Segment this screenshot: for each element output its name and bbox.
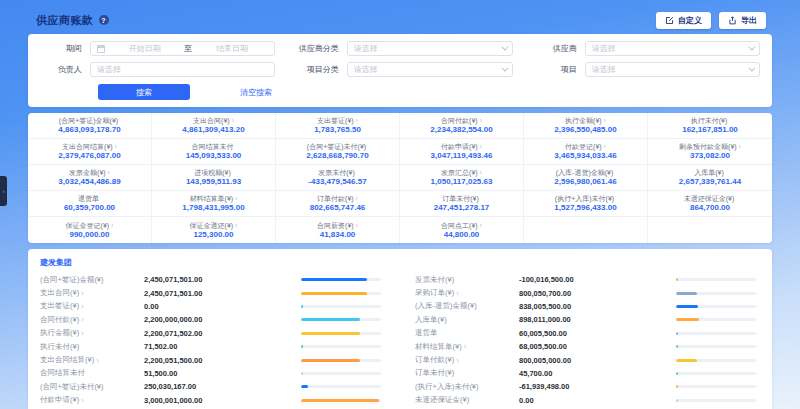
supplier-category-select[interactable]: 请选择 [347, 41, 513, 56]
date-range-input[interactable]: 开始日期 至 结束日期 [90, 41, 275, 56]
clear-search-link[interactable]: 清空搜索 [240, 87, 272, 98]
stat-card[interactable] [648, 217, 772, 243]
stat-card[interactable]: 材料结算单(¥) › 1,798,431,995.00 [152, 191, 276, 217]
stat-card[interactable]: 未退还保证金(¥) 864,700.00 [648, 191, 772, 217]
progress-bar-fill [301, 318, 360, 321]
account-row[interactable]: 退货单 60,005,500.00 [415, 327, 760, 340]
group-name-link[interactable]: 建发集团 [40, 257, 760, 268]
export-button[interactable]: 导出 [719, 12, 766, 29]
account-row[interactable]: 发票未付(¥) -100,016,500.00 [415, 273, 760, 286]
stat-card[interactable]: (执行+入库)未付(¥) 1,527,596,433.00 [524, 191, 648, 217]
stat-card[interactable]: 合同结算未付 145,093,533.00 [152, 139, 276, 165]
titlebar: 供应商账款 ? 自定义 导出 [28, 10, 772, 30]
progress-bar-fill [676, 332, 678, 335]
stat-value: 373,082.00 [690, 152, 730, 160]
account-row[interactable]: 未退还保证金(¥) 0.00 [415, 394, 760, 407]
stat-card[interactable]: 剩余预付款金额(¥) › 373,082.00 [648, 139, 772, 165]
stat-card[interactable]: 退货单 60,359,700.00 [28, 191, 152, 217]
side-drawer-handle[interactable]: › [0, 176, 7, 206]
progress-bar-fill [676, 345, 678, 348]
account-row-label: 支出合同(¥) [40, 288, 79, 298]
help-icon[interactable]: ? [99, 15, 109, 25]
drawer-chevron-icon: › [3, 188, 5, 194]
account-row[interactable]: 入库单(¥) 898,011,000.00 [415, 313, 760, 326]
period-label: 期间 [32, 43, 90, 54]
stat-card[interactable]: 付款登记(¥) › 3,465,934,033.46 [524, 139, 648, 165]
stat-label: 付款申请(¥) [441, 143, 478, 150]
account-row[interactable]: 订单付款(¥) › 800,005,000.00 [415, 353, 760, 366]
chevron-right-icon: › [81, 302, 84, 311]
progress-bar [676, 372, 756, 375]
stat-card[interactable]: 发票未付(¥) -433,479,546.57 [276, 165, 400, 191]
stat-card[interactable]: 支出合同结算(¥) › 2,379,476,087.00 [28, 139, 152, 165]
stat-card[interactable]: 保证金登记(¥) › 990,000.00 [28, 217, 152, 243]
customize-button[interactable]: 自定义 [656, 12, 711, 29]
account-row[interactable]: 执行未付(¥) 71,502.00 [40, 340, 385, 353]
stat-card[interactable]: (合同+签证)未付(¥) 2,628,668,790.70 [276, 139, 400, 165]
stat-card[interactable]: 执行未付(¥) 162,167,851.00 [648, 113, 772, 139]
project-category-select[interactable]: 请选择 [347, 62, 513, 77]
chevron-right-icon: › [480, 169, 482, 176]
stat-card[interactable]: 合同付款(¥) › 2,234,382,554.00 [400, 113, 524, 139]
account-row[interactable]: 采购订单(¥) › 800,050,700.00 [415, 286, 760, 299]
stat-card[interactable]: 支出签证(¥) › 1,783,765.50 [276, 113, 400, 139]
progress-bar [676, 278, 756, 281]
stat-card[interactable] [524, 217, 648, 243]
progress-bar [301, 278, 381, 281]
stat-card[interactable]: (合同+签证)金额(¥) 4,863,093,178.70 [28, 113, 152, 139]
account-row[interactable]: (执行+入库)未付(¥) -61,939,498.00 [415, 380, 760, 393]
stat-card[interactable]: 发票汇总(¥) › 1,050,117,025.63 [400, 165, 524, 191]
account-row[interactable]: (合同+签证)金额(¥) 2,450,071,501.00 [40, 273, 385, 286]
stat-card[interactable]: (入库-退货)金额(¥) 2,596,980,061.46 [524, 165, 648, 191]
account-row[interactable]: 支出签证(¥) › 0.00 [40, 300, 385, 313]
customize-label: 自定义 [678, 15, 702, 26]
stat-card[interactable]: 进项税额(¥) 143,959,511.93 [152, 165, 276, 191]
stat-card[interactable]: 订单未付(¥) 247,451,278.17 [400, 191, 524, 217]
stat-card[interactable]: 付款申请(¥) › 3,047,119,493.46 [400, 139, 524, 165]
stat-label: 付款登记(¥) [565, 143, 602, 150]
stat-value: 2,596,980,061.46 [554, 178, 616, 186]
stat-card[interactable]: 执行金额(¥) › 2,396,550,485.00 [524, 113, 648, 139]
chevron-down-icon [501, 65, 508, 72]
project-select[interactable]: 请选择 [585, 62, 760, 77]
account-row-value: 250,030,167.00 [144, 382, 301, 391]
account-row[interactable]: 支出合同(¥) › 2,450,071,501.00 [40, 286, 385, 299]
account-row[interactable]: 材料结算单(¥) › 68,005,500.00 [415, 340, 760, 353]
account-row-label: (合同+签证)未付(¥) [40, 382, 104, 392]
owner-select[interactable]: 请选择 [90, 62, 275, 77]
stat-card[interactable]: 合同薪资(¥) › 41,834.00 [276, 217, 400, 243]
progress-bar [676, 345, 756, 348]
stat-card[interactable]: 订单付款(¥) › 802,665,747.46 [276, 191, 400, 217]
account-row[interactable]: 订单未付(¥) 45,700.00 [415, 367, 760, 380]
account-row[interactable]: 支出合同结算(¥) › 2,200,051,500.00 [40, 353, 385, 366]
account-row[interactable]: (入库-退货)金额(¥) 838,005,500.00 [415, 300, 760, 313]
stat-card[interactable]: 支出合同(¥) › 4,861,309,413.20 [152, 113, 276, 139]
stat-label: 支出合同结算(¥) [62, 143, 113, 150]
account-row-value: 898,011,000.00 [519, 315, 676, 324]
account-row[interactable]: 付款申请(¥) › 3,000,001,000.00 [40, 394, 385, 407]
stats-grid: (合同+签证)金额(¥) 4,863,093,178.70 支出合同(¥) › … [28, 113, 772, 243]
account-row[interactable]: 执行金额(¥) › 2,200,071,502.00 [40, 327, 385, 340]
chevron-right-icon: › [81, 329, 84, 338]
supplier-select[interactable]: 请选择 [585, 41, 760, 56]
chevron-right-icon: › [232, 117, 234, 124]
account-row[interactable]: 合同付款(¥) › 2,200,000,000.00 [40, 313, 385, 326]
stat-card[interactable]: 发票金额(¥) › 3,032,454,486.89 [28, 165, 152, 191]
progress-bar-fill [301, 399, 379, 402]
group-right-column: 发票未付(¥) -100,016,500.00 采购订单(¥) › 800,05… [415, 273, 760, 409]
chevron-right-icon: › [739, 143, 741, 150]
account-row[interactable]: (合同+签证)未付(¥) 250,030,167.00 [40, 380, 385, 393]
stat-value: 3,032,454,486.89 [58, 178, 120, 186]
edit-icon [665, 16, 674, 25]
stat-value: 41,834.00 [320, 231, 356, 239]
stat-label: 合同点工(¥) [441, 222, 478, 229]
account-row[interactable]: 合同结算未付 51,500.00 [40, 367, 385, 380]
progress-bar-fill [301, 385, 308, 388]
chevron-right-icon: › [81, 396, 84, 405]
chevron-right-icon: › [96, 356, 99, 365]
stat-card[interactable]: 保证金退还(¥) › 125,300.00 [152, 217, 276, 243]
stat-card[interactable]: 合同点工(¥) › 44,800.00 [400, 217, 524, 243]
stat-label: 保证金登记(¥) [66, 222, 110, 229]
search-button[interactable]: 搜索 [98, 84, 190, 100]
stat-card[interactable]: 入库单(¥) 2,657,339,761.44 [648, 165, 772, 191]
